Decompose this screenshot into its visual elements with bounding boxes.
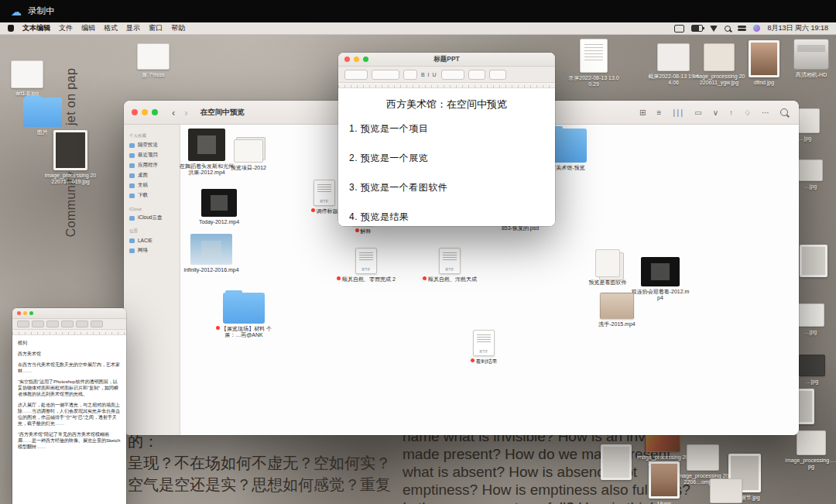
sidebar-item[interactable]: iCloud — [124, 204, 180, 213]
paragraph: “实空指面”运用了Photoshop软件的透明图层，以妥协物体对面和画框对面标识… — [18, 379, 121, 397]
minimize-button[interactable] — [23, 311, 27, 315]
cloud-recording-icon[interactable]: ☁ — [11, 6, 22, 17]
battery-icon[interactable] — [691, 25, 703, 32]
forward-icon[interactable]: › — [184, 108, 187, 118]
file-label: 【展览现场】材料 个展：…画@ANK — [214, 326, 273, 338]
document-content[interactable]: 横列西方美术馆在西方当代美术馆无数天光的空中展厅内，艺术家林……“实空指面”运用… — [12, 335, 126, 459]
sort-icon[interactable]: ∨ — [713, 108, 718, 117]
finder-sidebar: 个人收藏 隔空投送 最近项目 应用程序 — [124, 125, 180, 435]
finder-file[interactable]: 顺其自然、浑然天成 — [420, 248, 479, 283]
sidebar-item[interactable]: 应用程序 — [124, 160, 180, 170]
tag-dot — [471, 358, 475, 362]
gallery-view-icon[interactable]: ▭ — [694, 108, 701, 117]
siri-icon[interactable] — [753, 25, 760, 32]
finder-file[interactable]: 预览项目-2012 — [219, 139, 278, 171]
desktop-icon[interactable]: art1-8.jpg — [0, 60, 54, 97]
tag-icon[interactable]: ♢ — [744, 108, 751, 117]
paragraph: 步入展厅，处道的一侧平透光，与之相对的墙面上除……当访调整时，人们会发现其实光并… — [18, 402, 121, 427]
size-control[interactable] — [46, 321, 59, 327]
file-thumbnail-icon — [595, 249, 620, 277]
spacing-control[interactable] — [468, 70, 485, 80]
finder-file[interactable]: 预览是看图软件 — [578, 249, 637, 286]
ppt-titlebar[interactable]: 标题PPT — [338, 53, 555, 67]
textedit-ppt-window: 标题PPT B I U 西方美术馆：在空间中预览 1. 预览是一个项目2. 预览… — [338, 53, 555, 226]
desktop-icon[interactable]: 露 7%sss — [126, 43, 180, 78]
window-controls — [132, 109, 158, 115]
style-control[interactable] — [17, 321, 29, 327]
sidebar-item[interactable]: 网络 — [124, 245, 180, 255]
paragraph-style-dropdown[interactable] — [344, 70, 368, 80]
finder-file[interactable]: 【展览现场】材料 个展：…画@ANK — [214, 293, 273, 338]
sidebar-item[interactable]: 最近项目 — [124, 150, 180, 160]
ppt-toolbar: B I U — [338, 67, 555, 83]
paragraph: 在西方当代美术馆无数天光的空中展厅内，艺术家林…… — [18, 362, 121, 374]
wifi-icon[interactable] — [710, 26, 718, 32]
color-control[interactable] — [61, 321, 74, 327]
menu-item[interactable]: 窗口 — [149, 23, 163, 33]
sidebar-item-icon — [129, 183, 135, 188]
sidebar-item[interactable]: 桌面 — [124, 170, 180, 180]
close-button[interactable] — [132, 109, 138, 115]
list-style-control[interactable] — [489, 70, 506, 80]
tag-dot — [216, 326, 220, 330]
desktop-screen: Community #2, ink jet on pap 的：呈现？不在场如何不… — [0, 0, 836, 504]
finder-file[interactable]: Today-2012.mp4 — [190, 189, 248, 225]
search-icon[interactable] — [780, 108, 788, 116]
app-menu-name[interactable]: 文本编辑 — [22, 23, 50, 33]
back-icon[interactable]: ‹ — [172, 108, 175, 118]
apple-menu-icon[interactable] — [8, 25, 14, 32]
zoom-button[interactable] — [152, 109, 158, 115]
document-content[interactable]: 西方美术馆：在空间中预览 1. 预览是一个项目2. 预览是一个展览3. 预览是一… — [338, 88, 555, 226]
control-center-icon[interactable] — [738, 25, 746, 32]
finder-file[interactable]: infinity-2012-2016.mp4 — [182, 234, 241, 273]
sidebar-item[interactable]: 隔空投送 — [124, 140, 180, 150]
share-icon[interactable]: ↑ — [729, 108, 733, 117]
desktop-icon[interactable]: image_processing 2022071…019.jpg — [43, 130, 98, 185]
desktop-icon[interactable]: image_processing 2022060… — [699, 478, 753, 504]
column-view-icon[interactable]: ∣∣∣ — [672, 108, 684, 117]
zoom-button[interactable] — [29, 311, 33, 315]
font-dropdown[interactable] — [372, 70, 399, 80]
sidebar-item[interactable]: 位置 — [124, 227, 180, 235]
desktop-icon[interactable]: image_processing….jpg — [784, 430, 836, 470]
sidebar-item[interactable]: 文稿 — [124, 180, 180, 190]
tag-dot — [355, 228, 359, 232]
minimize-button[interactable] — [142, 109, 148, 115]
file-thumbnail-icon — [800, 245, 827, 277]
sidebar-item[interactable]: 个人收藏 — [124, 132, 180, 140]
desktop-icon[interactable]: 录屏2022-08-13 13.00.29 — [567, 39, 621, 87]
menu-item[interactable]: 文件 — [59, 23, 73, 33]
file-thumbnail-icon — [641, 257, 680, 286]
menu-item[interactable]: 格式 — [104, 23, 118, 33]
finder-file[interactable]: 洗手-2015.mp4 — [588, 293, 646, 327]
alignment-controls[interactable] — [441, 70, 464, 80]
finder-file[interactable]: 看到结果 — [454, 330, 513, 365]
sidebar-item[interactable]: iCloud云盘 — [124, 213, 180, 223]
menubar-clock[interactable]: 8月13日 周六 19:18 — [767, 23, 828, 33]
bold-italic-underline-controls[interactable]: B I U — [421, 72, 437, 77]
screen-mirroring-icon[interactable] — [674, 25, 684, 33]
spotlight-icon[interactable] — [725, 26, 731, 32]
font-control[interactable] — [32, 321, 44, 327]
more-actions-icon[interactable]: ⋯ — [762, 108, 769, 117]
list-item: 2. 预览是一个展览 — [349, 152, 544, 165]
textedit-titlebar[interactable] — [12, 308, 126, 319]
grid-view-icon[interactable]: ⊞ — [639, 108, 646, 117]
menu-item[interactable]: 显示 — [126, 23, 140, 33]
list-view-icon[interactable]: ≡ — [656, 108, 661, 117]
menu-item[interactable]: 编辑 — [81, 23, 95, 33]
desktop-icon[interactable]: 高清相机-HD — [784, 39, 836, 78]
finder-file[interactable]: 顺其自然、零而完成 2 — [337, 248, 396, 283]
sidebar-item[interactable]: LACIE — [124, 235, 180, 245]
close-button[interactable] — [17, 311, 21, 315]
sidebar-item[interactable]: 下载 — [124, 190, 180, 201]
menu-item[interactable]: 帮助 — [171, 23, 185, 33]
list-control[interactable] — [91, 321, 103, 327]
sidebar-item-label: LACIE — [138, 238, 152, 243]
file-thumbnail-icon — [234, 139, 263, 163]
file-label: …jpg — [806, 379, 818, 385]
font-size-dropdown[interactable] — [403, 70, 417, 80]
desktop-icon[interactable]: Mung — [637, 461, 691, 504]
desktop-icon[interactable]: dfind.jpg — [737, 40, 791, 86]
alignment-control[interactable] — [76, 321, 88, 327]
